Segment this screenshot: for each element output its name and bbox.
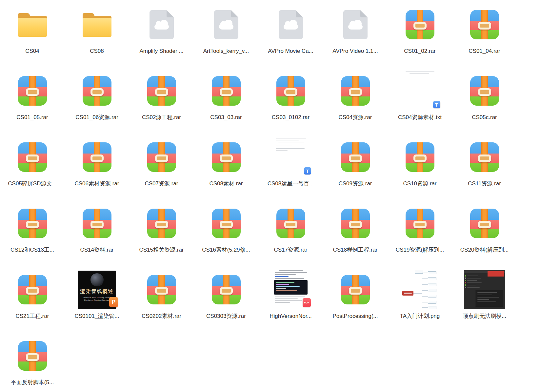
file-item[interactable]: CS02源工程.rar <box>129 71 194 137</box>
file-item[interactable]: CS01_04.rar <box>452 5 517 71</box>
file-label: CS05c.rar <box>472 114 497 120</box>
code-line <box>276 288 286 289</box>
mindmap-line <box>422 307 428 308</box>
text-file-preview: T <box>274 138 308 176</box>
file-item[interactable]: CS15相关资源.rar <box>129 204 194 270</box>
winrar-archive-icon <box>212 275 241 304</box>
rar-buckle <box>26 155 39 162</box>
file-label: CS09资源.rar <box>338 181 372 187</box>
winrar-archive-icon <box>212 142 241 172</box>
file-item[interactable]: PDF HighVersonNor... <box>258 270 323 336</box>
file-item[interactable]: CS03_03.rar <box>194 71 258 137</box>
file-item[interactable]: CS08 <box>65 5 129 71</box>
winrar-archive-icon <box>341 142 370 172</box>
file-item[interactable]: CS06素材资源.rar <box>65 137 129 204</box>
icon-area <box>452 270 517 309</box>
file-item[interactable]: 渲染管线概述 Technical Artist Training Tutoria… <box>65 270 129 336</box>
screenshot-row <box>477 301 496 302</box>
file-label: CS20资料(解压到... <box>460 247 509 253</box>
file-label: CS01_02.rar <box>404 48 435 54</box>
mindmap-node <box>415 271 423 274</box>
pdf-document-preview: PDF <box>273 270 309 310</box>
screenshot-row <box>467 287 480 288</box>
file-item[interactable]: 平面反射脚本(5... <box>0 336 65 392</box>
text-line <box>275 278 304 279</box>
icon-area <box>258 204 323 243</box>
mindmap-root-node <box>402 291 413 296</box>
icon-area <box>0 5 65 44</box>
file-item[interactable]: CS21工程.rar <box>0 270 65 336</box>
file-item[interactable]: CS10资源.rar <box>388 137 452 204</box>
file-item[interactable]: AVPro Movie Ca... <box>258 5 323 71</box>
file-item[interactable]: CS20资料(解压到... <box>452 204 517 270</box>
file-item[interactable]: CS12和CS13工... <box>0 204 65 270</box>
page-fold <box>167 10 174 17</box>
file-item[interactable]: CS07资源.rar <box>129 137 194 204</box>
text-line <box>276 144 303 144</box>
file-item[interactable]: CS0303资源.rar <box>194 270 258 336</box>
file-item[interactable]: CS09资源.rar <box>323 137 388 204</box>
file-item[interactable]: PostProcessing(... <box>323 270 388 336</box>
file-item[interactable]: CS18样例工程.rar <box>323 204 388 270</box>
cloud-icon <box>284 24 298 30</box>
file-item[interactable]: CS0202素材.rar <box>129 270 194 336</box>
mindmap-node <box>428 295 436 298</box>
file-item[interactable]: CS11资源.rar <box>452 137 517 204</box>
file-label: CS16素材(5.29修... <box>202 247 250 253</box>
file-item[interactable]: CS05c.rar <box>452 71 517 137</box>
icon-area <box>65 5 129 44</box>
file-label: HighVersonNor... <box>270 313 312 319</box>
screenshot-red-annotation <box>488 271 504 277</box>
file-item[interactable]: CS04 <box>0 5 65 71</box>
rar-buckle <box>155 287 168 295</box>
page-fold <box>231 10 238 17</box>
icon-area <box>194 5 258 44</box>
file-item[interactable]: T CS08运星一号百... <box>258 137 323 204</box>
file-item[interactable]: Amplify Shader ... <box>129 5 194 71</box>
rar-buckle <box>26 287 39 295</box>
file-item[interactable]: TA入门计划.png <box>388 270 452 336</box>
folder-icon <box>83 12 111 37</box>
code-line <box>276 282 294 283</box>
rar-buckle <box>26 221 39 228</box>
file-item[interactable]: CS01_05.rar <box>0 71 65 137</box>
winrar-archive-icon <box>470 76 499 106</box>
text-line <box>406 72 434 72</box>
file-item[interactable]: CS08素材.rar <box>194 137 258 204</box>
file-item[interactable]: CS01_02.rar <box>388 5 452 71</box>
file-grid: CS04 CS08 Amplify Shader ... ArtTools_ke… <box>0 0 540 392</box>
page-fold <box>360 10 368 17</box>
file-item[interactable]: CS04资源.rar <box>323 71 388 137</box>
mindmap-node <box>428 306 436 309</box>
icon-area <box>0 71 65 111</box>
file-item[interactable]: CS03_0102.rar <box>258 71 323 137</box>
winrar-archive-icon <box>341 76 370 106</box>
text-file-preview: T <box>403 72 437 110</box>
mindmap-line <box>422 273 428 273</box>
file-item[interactable]: T CS04资源素材.txt <box>388 71 452 137</box>
file-label: CS14资料.rar <box>80 247 113 253</box>
winrar-archive-icon <box>18 209 47 238</box>
file-item[interactable]: CS01_06资源.rar <box>65 71 129 137</box>
screenshot-dot <box>465 284 466 286</box>
cloud-icon <box>348 24 363 30</box>
file-item[interactable]: 顶点刷无法刷模... <box>452 270 517 336</box>
file-label: CS12和CS13工... <box>10 247 54 253</box>
file-item[interactable]: CS16素材(5.29修... <box>194 204 258 270</box>
file-item[interactable]: CS17资源.rar <box>258 204 323 270</box>
rar-buckle <box>413 221 427 228</box>
file-item[interactable]: CS05碎屏SD源文... <box>0 137 65 204</box>
file-label: AVPro Video 1.1... <box>332 48 378 54</box>
winrar-archive-icon <box>83 76 111 106</box>
file-label: TA入门计划.png <box>400 313 440 319</box>
code-line <box>276 284 289 285</box>
text-line <box>276 140 299 140</box>
file-item[interactable]: ArtTools_kerry_v... <box>194 5 258 71</box>
icon-area <box>452 71 517 111</box>
icon-area <box>388 270 452 309</box>
file-item[interactable]: AVPro Video 1.1... <box>323 5 388 71</box>
rar-buckle <box>155 88 168 96</box>
file-item[interactable]: CS19资源(解压到... <box>388 204 452 270</box>
text-line <box>275 274 296 275</box>
file-item[interactable]: CS14资料.rar <box>65 204 129 270</box>
